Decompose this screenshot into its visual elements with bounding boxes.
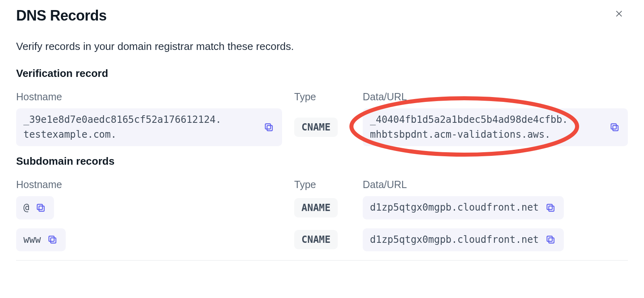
hostname-value: @ (23, 200, 29, 215)
copy-hostname-button[interactable] (263, 121, 275, 133)
type-cell: CNAME (294, 118, 351, 137)
copy-icon (35, 203, 46, 213)
data-value: d1zp5qtgx0mgpb.cloudfront.net (370, 232, 539, 247)
hostname-cell: www (16, 228, 282, 251)
verification-record-heading: Verification record (16, 67, 628, 80)
copy-hostname-button[interactable] (46, 234, 58, 246)
data-pill: d1zp5qtgx0mgpb.cloudfront.net (363, 228, 564, 251)
verification-record-table: Hostname Type Data/URL _39e1e8d7e0aedc81… (16, 91, 628, 146)
col-header-hostname: Hostname (16, 179, 282, 190)
hostname-value: www (23, 232, 41, 247)
table-row: _39e1e8d7e0aedc8165cf52a176612124. teste… (16, 108, 628, 146)
data-cell: d1zp5qtgx0mgpb.cloudfront.net (363, 196, 628, 219)
type-cell: ANAME (294, 198, 351, 217)
table-row: @ ANAME d1zp5qtgx0mgpb.cloudfront.net (16, 196, 628, 219)
col-header-hostname: Hostname (16, 91, 282, 103)
table-header-row: Hostname Type Data/URL (16, 179, 628, 190)
hostname-cell: _39e1e8d7e0aedc8165cf52a176612124. teste… (16, 108, 282, 146)
close-button[interactable] (615, 10, 625, 19)
col-header-data: Data/URL (363, 179, 628, 190)
type-pill: CNAME (294, 118, 338, 137)
hostname-pill: _39e1e8d7e0aedc8165cf52a176612124. teste… (16, 108, 282, 146)
copy-data-button[interactable] (609, 121, 621, 133)
subdomain-records-heading: Subdomain records (16, 155, 628, 168)
dns-records-modal: DNS Records Verify records in your domai… (0, 0, 644, 265)
col-header-type: Type (294, 179, 351, 190)
data-pill: d1zp5qtgx0mgpb.cloudfront.net (363, 196, 564, 219)
subdomain-records-table: Hostname Type Data/URL @ ANAME d (16, 179, 628, 260)
hostname-pill: @ (16, 196, 54, 219)
col-header-type: Type (294, 91, 351, 103)
data-cell: d1zp5qtgx0mgpb.cloudfront.net (363, 228, 628, 251)
type-pill: ANAME (294, 198, 338, 217)
copy-data-button[interactable] (544, 234, 557, 246)
copy-data-button[interactable] (544, 202, 557, 214)
data-value: d1zp5qtgx0mgpb.cloudfront.net (370, 200, 539, 215)
data-pill: _40404fb1d5a2a1bdec5b4ad98de4cfbb. mhbts… (363, 108, 628, 146)
copy-icon (545, 203, 556, 213)
hostname-pill: www (16, 228, 66, 251)
modal-title: DNS Records (16, 7, 628, 24)
type-pill: CNAME (294, 230, 338, 249)
col-header-data: Data/URL (363, 91, 628, 103)
table-row: www CNAME d1zp5qtgx0mgpb.cloudfront.net (16, 228, 628, 251)
data-cell: _40404fb1d5a2a1bdec5b4ad98de4cfbb. mhbts… (363, 108, 628, 146)
hostname-cell: @ (16, 196, 282, 219)
copy-hostname-button[interactable] (35, 202, 47, 214)
type-value: ANAME (301, 202, 330, 213)
type-cell: CNAME (294, 230, 351, 249)
copy-icon (609, 122, 620, 132)
modal-description: Verify records in your domain registrar … (16, 40, 628, 53)
copy-icon (545, 234, 556, 245)
divider (16, 260, 628, 261)
type-value: CNAME (301, 234, 330, 245)
hostname-value: _39e1e8d7e0aedc8165cf52a176612124. teste… (23, 112, 221, 142)
copy-icon (47, 234, 58, 245)
type-value: CNAME (301, 122, 330, 133)
table-header-row: Hostname Type Data/URL (16, 91, 628, 103)
copy-icon (264, 122, 274, 132)
data-value: _40404fb1d5a2a1bdec5b4ad98de4cfbb. mhbts… (370, 112, 568, 142)
close-icon (615, 10, 623, 18)
